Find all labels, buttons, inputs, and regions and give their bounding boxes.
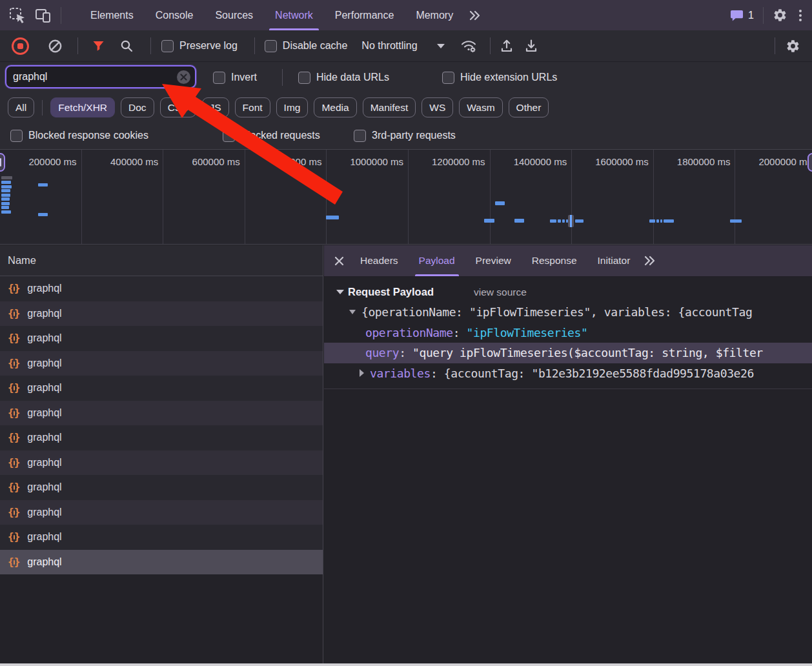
blocked-response-cookies-checkbox[interactable] <box>10 130 23 142</box>
chip-manifest[interactable]: Manifest <box>363 97 416 117</box>
overview-right-handle[interactable] <box>807 153 812 172</box>
tab-console[interactable]: Console <box>145 0 205 30</box>
payload-variables-row[interactable]: variables: {accountTag: "b12e3b2192ee558… <box>324 363 812 384</box>
preserve-log-label: Preserve log <box>179 40 238 52</box>
chip-wasm[interactable]: Wasm <box>459 97 502 117</box>
request-row[interactable]: {}graphql <box>0 326 323 351</box>
disable-cache-checkbox[interactable] <box>265 40 277 52</box>
search-icon[interactable] <box>120 39 134 53</box>
request-row[interactable]: {}graphql <box>0 401 323 426</box>
more-options-kebab-icon[interactable] <box>797 7 804 24</box>
request-row[interactable]: {}graphql <box>0 475 323 500</box>
chip-ws[interactable]: WS <box>421 97 453 117</box>
timeline-tick-label: 1000000 ms <box>350 156 403 167</box>
request-row[interactable]: {}graphql <box>0 550 323 575</box>
details-tab-response[interactable]: Response <box>522 245 587 276</box>
collapse-triangle-icon[interactable] <box>336 290 344 294</box>
request-row[interactable]: {}graphql <box>0 450 323 476</box>
waterfall-bar <box>656 219 659 223</box>
view-source-link[interactable]: view source <box>474 287 527 298</box>
payload-query-row-selected[interactable]: query: "query ipFlowTimeseries($accountT… <box>324 343 812 363</box>
tab-performance[interactable]: Performance <box>324 0 405 30</box>
timeline-tick-label: 1400000 ms <box>514 156 567 167</box>
request-row[interactable]: {}graphql <box>0 500 323 525</box>
request-row[interactable]: {}graphql <box>0 276 323 301</box>
payload-query-value: "query ipFlowTimeseries($accountTag: str… <box>412 346 763 359</box>
network-toolbar: Preserve log Disable cache No throttling <box>0 30 812 62</box>
throttling-select[interactable]: No throttling <box>361 40 444 52</box>
name-column-header[interactable]: Name <box>0 245 323 276</box>
chip-all[interactable]: All <box>8 97 34 117</box>
fetch-xhr-icon: {} <box>8 458 20 468</box>
tab-memory[interactable]: Memory <box>405 0 464 30</box>
more-tabs-icon[interactable] <box>468 9 481 22</box>
close-details-icon[interactable] <box>328 245 350 276</box>
details-tab-headers[interactable]: Headers <box>350 245 409 276</box>
details-tab-preview[interactable]: Preview <box>465 245 522 276</box>
overview-left-handle[interactable] <box>0 153 5 172</box>
timeline-column: 1400000 ms <box>491 150 573 244</box>
request-row[interactable]: {}graphql <box>0 351 323 376</box>
record-network-log-button[interactable] <box>12 37 29 55</box>
waterfall-bar <box>1 176 12 179</box>
request-name: graphql <box>27 283 61 294</box>
chip-other[interactable]: Other <box>509 97 549 117</box>
hide-data-urls-checkbox[interactable] <box>298 72 310 84</box>
network-conditions-icon[interactable] <box>460 39 477 53</box>
waterfall-bar <box>730 219 742 223</box>
waterfall-bar <box>484 219 494 223</box>
timeline-tick-label: 800000 ms <box>274 156 321 167</box>
divider <box>150 37 151 54</box>
tab-label: Performance <box>335 10 394 21</box>
fetch-xhr-icon: {} <box>8 283 20 294</box>
inspect-element-icon[interactable] <box>9 7 26 24</box>
expand-triangle-icon[interactable] <box>349 310 356 314</box>
payload-key: operationName <box>365 326 453 339</box>
waterfall-bar <box>1 197 10 201</box>
invert-checkbox[interactable] <box>213 72 225 84</box>
issues-counter[interactable]: 1 <box>730 9 754 22</box>
request-row[interactable]: {}graphql <box>0 425 323 450</box>
timeline-tick-label: 400000 ms <box>110 156 158 167</box>
expand-triangle-icon[interactable] <box>360 369 364 377</box>
chip-css[interactable]: CSS <box>160 97 196 117</box>
export-har-icon[interactable] <box>524 39 538 53</box>
fetch-xhr-icon: {} <box>8 507 20 518</box>
request-row[interactable]: {}graphql <box>0 376 323 401</box>
tab-network[interactable]: Network <box>264 0 324 30</box>
third-party-requests-checkbox[interactable] <box>354 130 366 142</box>
request-row[interactable]: {}graphql <box>0 301 323 327</box>
request-row[interactable]: {}graphql <box>0 525 323 550</box>
clear-network-log-icon[interactable] <box>48 39 63 54</box>
chip-js[interactable]: JS <box>202 97 229 117</box>
tab-sources[interactable]: Sources <box>204 0 264 30</box>
preserve-log-checkbox[interactable] <box>161 40 174 52</box>
clear-filter-icon[interactable] <box>177 70 190 84</box>
network-settings-gear-icon[interactable] <box>786 39 800 54</box>
chip-font[interactable]: Font <box>235 97 270 117</box>
divider <box>282 69 283 86</box>
details-tab-payload[interactable]: Payload <box>409 245 465 276</box>
filter-input[interactable] <box>6 71 177 83</box>
payload-root-row[interactable]: {operationName: "ipFlowTimeseries", vari… <box>324 302 812 323</box>
hide-extension-urls-checkbox[interactable] <box>442 72 454 84</box>
import-har-icon[interactable] <box>500 39 514 53</box>
filter-funnel-icon[interactable] <box>92 41 105 52</box>
tab-elements[interactable]: Elements <box>79 0 145 30</box>
chip-img[interactable]: Img <box>276 97 309 117</box>
blocked-requests-checkbox[interactable] <box>223 130 235 142</box>
details-tab-initiator[interactable]: Initiator <box>587 245 641 276</box>
requests-panel: Name {}graphql{}graphql{}graphql{}graphq… <box>0 245 323 663</box>
chip-fetch-xhr[interactable]: Fetch/XHR <box>50 97 115 117</box>
waterfall-selected-marker <box>568 215 574 227</box>
timeline-tick-label: 600000 ms <box>192 156 240 167</box>
device-toolbar-icon[interactable] <box>35 7 52 24</box>
payload-operation-row[interactable]: operationName: "ipFlowTimeseries" <box>324 323 812 343</box>
network-overview-timeline[interactable]: 200000 ms400000 ms600000 ms800000 ms1000… <box>0 149 812 245</box>
more-details-tabs-icon[interactable] <box>643 254 656 267</box>
request-details-panel: HeadersPayloadPreviewResponseInitiator R… <box>324 245 812 663</box>
settings-gear-icon[interactable] <box>773 8 787 23</box>
chip-media[interactable]: Media <box>314 97 356 117</box>
fetch-xhr-icon: {} <box>8 358 20 368</box>
chip-doc[interactable]: Doc <box>121 97 154 117</box>
